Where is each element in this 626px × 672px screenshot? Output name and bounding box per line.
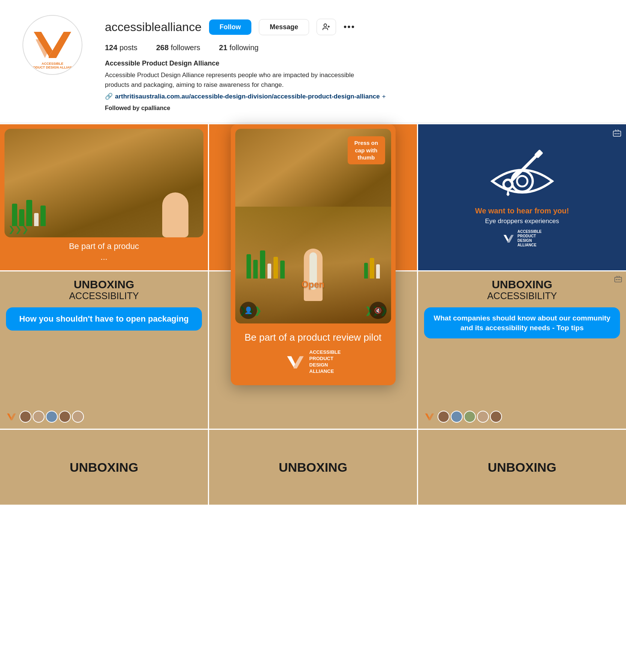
post-unboxing-bottom-2[interactable]: UNBOXING (209, 430, 417, 505)
bio-text: Accessible Product Design Alliance repre… (105, 70, 367, 89)
svg-marker-29 (293, 356, 303, 368)
unboxing-title-1: UNBOXING (74, 278, 134, 291)
followed-by: Followed by cpalliance (105, 105, 604, 112)
svg-point-16 (512, 171, 533, 192)
post-unboxing-right[interactable]: UNBOXING ACCESSIBILITY What companies sh… (418, 271, 626, 429)
unboxing-bubble-right: What companies should know about our com… (424, 307, 620, 338)
profile-header: ACCESSIBLE PRODUCT DESIGN ALLIANCE acces… (0, 0, 626, 123)
unboxing-subtitle-1: ACCESSIBILITY (69, 291, 139, 301)
follow-button[interactable]: Follow (209, 19, 251, 35)
svg-marker-20 (7, 414, 11, 420)
reel-mute-button[interactable]: 🔇 (369, 302, 387, 319)
post-item[interactable]: ❯❯❯ Be part of a produc... (0, 124, 208, 270)
avatar: ACCESSIBLE PRODUCT DESIGN ALLIANCE (22, 15, 82, 75)
reel-icon (613, 129, 622, 140)
unboxing-title-b2: UNBOXING (279, 460, 347, 475)
reel-icon-right (614, 275, 622, 285)
bio-display-name: Accessible Product Design Alliance (105, 60, 604, 67)
bio-link-url[interactable]: arthritisaustralia.com.au/accessible-des… (115, 93, 380, 100)
eye-dropper-icon (489, 148, 556, 204)
reel-brand-logo (285, 352, 305, 372)
unboxing-bubble-1: How you shouldn't have to open packaging (6, 307, 202, 331)
stats-row: 124 posts 268 followers 21 following (105, 43, 604, 52)
svg-point-17 (517, 176, 527, 186)
reel-open-text: Open (302, 279, 324, 290)
svg-point-23 (616, 279, 617, 280)
svg-point-25 (619, 279, 620, 280)
post-unboxing-bottom-3[interactable]: UNBOXING (418, 430, 626, 505)
svg-text:PRODUCT DESIGN ALLIANCE: PRODUCT DESIGN ALLIANCE (28, 66, 76, 69)
featured-reel[interactable]: ❯❯❯ ❯❯❯ Press on cap with thumb Open 👤 🔇… (231, 124, 396, 385)
follower-name[interactable]: cpalliance (141, 105, 170, 111)
following-stat[interactable]: 21 following (219, 43, 259, 52)
username: accessiblealliance (105, 20, 202, 34)
reel-overlay-text: Press on cap with thumb (348, 136, 385, 164)
posts-stat: 124 posts (105, 43, 137, 52)
svg-point-6 (324, 24, 327, 27)
profile-info: accessiblealliance Follow Message ••• 12… (105, 15, 604, 112)
link-icon: 🔗 (105, 92, 113, 100)
reel-user-button[interactable]: 👤 (240, 302, 257, 319)
svg-marker-26 (425, 414, 429, 420)
blue-card-title: We want to hear from you! (475, 207, 569, 215)
svg-marker-18 (503, 235, 508, 241)
brand-logo-unboxing-right (424, 411, 435, 422)
blue-card-subtitle: Eye droppers experiences (485, 218, 559, 225)
bio-link[interactable]: 🔗 arthritisaustralia.com.au/accessible-d… (105, 92, 604, 100)
svg-point-24 (618, 279, 619, 280)
header-divider (0, 123, 626, 123)
unboxing-title-right: UNBOXING (492, 278, 553, 291)
svg-marker-21 (10, 414, 16, 420)
unboxing-title-b1: UNBOXING (70, 460, 138, 475)
brand-logo-small (502, 232, 514, 244)
svg-point-12 (619, 133, 620, 134)
unboxing-title-b3: UNBOXING (488, 460, 556, 475)
post-unboxing-bottom-1[interactable]: UNBOXING (0, 430, 208, 505)
posts-grid: ❯❯❯ Be part of a produc... (0, 124, 626, 505)
more-options-button[interactable]: ••• (344, 22, 355, 32)
svg-point-11 (617, 133, 618, 134)
post-unboxing-left[interactable]: UNBOXING ACCESSIBILITY How you shouldn't… (0, 271, 208, 429)
svg-point-10 (615, 133, 616, 134)
reel-caption: Be part of a product review pilot (231, 328, 396, 349)
svg-marker-28 (287, 356, 295, 367)
svg-marker-19 (508, 235, 514, 242)
brand-logo-unboxing-1 (6, 411, 16, 422)
post-item-eyedropper[interactable]: We want to hear from you! Eye droppers e… (418, 124, 626, 270)
followers-stat[interactable]: 268 followers (156, 43, 200, 52)
profile-top-row: accessiblealliance Follow Message ••• (105, 19, 604, 35)
add-user-button[interactable] (317, 19, 336, 35)
svg-text:ACCESSIBLE: ACCESSIBLE (42, 62, 63, 66)
message-button[interactable]: Message (259, 19, 309, 35)
svg-marker-27 (429, 414, 434, 420)
unboxing-subtitle-right: ACCESSIBILITY (487, 291, 557, 301)
